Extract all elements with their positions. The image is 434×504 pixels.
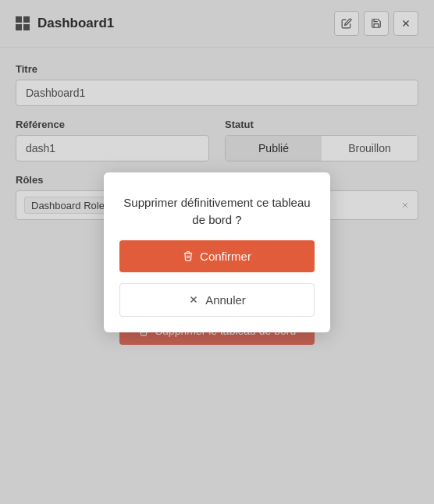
dialog-cancel-button[interactable]: Annuler <box>119 283 315 317</box>
dialog-message: Supprimer définitivement ce tableau de b… <box>119 194 315 229</box>
modal-overlay: Supprimer définitivement ce tableau de b… <box>0 0 434 504</box>
main-panel: Dashboard1 <box>0 0 434 504</box>
dialog-x-icon <box>188 294 199 305</box>
dialog-trash-icon <box>183 250 194 261</box>
confirm-dialog: Supprimer définitivement ce tableau de b… <box>104 172 330 332</box>
dialog-cancel-label: Annuler <box>205 293 246 307</box>
dialog-confirm-label: Confirmer <box>200 250 251 263</box>
dialog-confirm-button[interactable]: Confirmer <box>119 240 315 272</box>
